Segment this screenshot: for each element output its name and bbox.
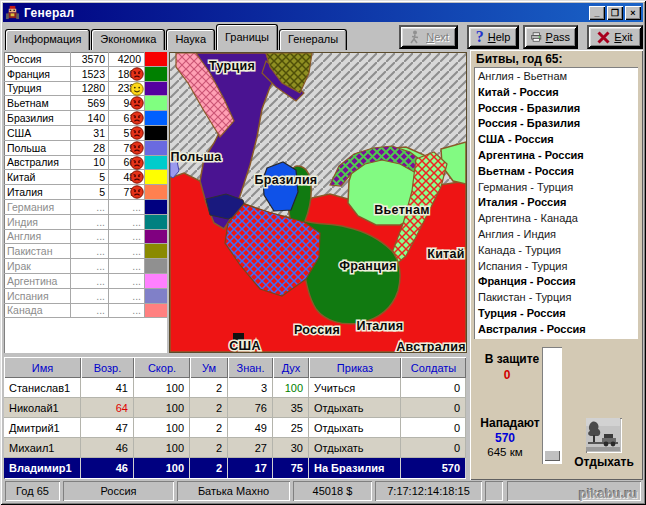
map-label-Италия: Италия [357, 319, 404, 333]
map-label-Бразилия: Бразилия [255, 173, 318, 187]
general-cell: Отдыхать [309, 418, 401, 438]
country-row[interactable]: Вьетнам569941 [4, 96, 167, 111]
tab-2[interactable]: Экономика [91, 29, 165, 50]
country-row[interactable]: Ирак...... [4, 259, 167, 274]
enemy-angry-icon [130, 156, 144, 172]
country-power: 5 [71, 185, 109, 199]
country-row[interactable]: Пакистан...... [4, 244, 167, 259]
country-power: 1523 [71, 67, 109, 81]
generals-column-header[interactable]: Приказ [309, 357, 401, 378]
enemy-angry-icon [130, 170, 144, 186]
battle-item: Англия - Индия [478, 227, 638, 243]
attack-value: 570 [472, 431, 538, 445]
next-label: Next [426, 31, 449, 43]
generals-column-header[interactable]: Возр. [81, 357, 134, 378]
general-cell: 27 [228, 438, 273, 458]
map-label-Австралия: Австралия [396, 340, 466, 352]
country-power: 140 [71, 111, 109, 125]
country-row[interactable]: Англия...... [4, 230, 167, 245]
country-score: 4200 [109, 52, 145, 66]
country-color-swatch [145, 82, 167, 96]
country-row[interactable]: Индия...... [4, 215, 167, 230]
general-cell: 76 [228, 398, 273, 418]
country-score: ... [109, 289, 145, 303]
battle-item: Турция - Россия [478, 306, 638, 322]
country-name: Китай [4, 170, 71, 184]
battles-panel: Битвы, год 65: Англия - ВьетнамКитай - Р… [470, 50, 643, 480]
general-cell: 30 [273, 438, 309, 458]
general-cell: 75 [273, 458, 309, 478]
country-power: ... [71, 215, 109, 229]
help-button[interactable]: ? Help [467, 25, 519, 49]
country-row[interactable]: Италия5775 [4, 185, 167, 200]
exit-button[interactable]: Exit [587, 25, 643, 49]
country-power: 31 [71, 126, 109, 140]
general-cell: Николай1 [4, 398, 81, 418]
app-window: Генерал _ ❐ × ИнформацияЭкономикаНаукаГр… [0, 0, 646, 505]
title-bar: Генерал _ ❐ × [3, 3, 643, 22]
country-row[interactable]: Германия...... [4, 200, 167, 215]
pass-button[interactable]: Pass [523, 25, 578, 49]
troop-slider[interactable] [542, 347, 562, 464]
tab-5[interactable]: Генералы [279, 29, 347, 50]
generals-column-header[interactable]: Скор. [134, 357, 190, 378]
country-color-swatch [145, 230, 167, 244]
battle-item: Италия - Россия [478, 195, 638, 211]
general-cell: Дмитрий1 [4, 418, 81, 438]
general-row[interactable]: Дмитрий14710024925Отдыхать0 [4, 418, 466, 438]
tab-3[interactable]: Наука [166, 29, 215, 50]
general-cell: 0 [401, 378, 466, 398]
next-button[interactable]: Next [399, 25, 458, 49]
country-name: Польша [4, 141, 71, 155]
general-cell: Отдыхать [309, 438, 401, 458]
country-power: ... [71, 259, 109, 273]
country-row[interactable]: Австралия10660 [4, 156, 167, 171]
country-row[interactable]: Франция15231807 [4, 67, 167, 82]
rest-button[interactable] [586, 418, 622, 453]
country-row[interactable]: Россия35704200 [4, 52, 167, 67]
generals-column-header[interactable]: Имя [4, 357, 81, 378]
country-color-swatch [145, 289, 167, 303]
battle-item: Пакистан - Турция [478, 290, 638, 306]
country-name: Германия [4, 200, 71, 214]
country-row[interactable]: Канада...... [4, 304, 167, 319]
world-map[interactable]: ТурцияПольшаБразилияВьетнамФранцияКитайР… [169, 52, 467, 353]
tab-bar: ИнформацияЭкономикаНаукаГраницыГенералы [5, 24, 348, 50]
country-power: 3570 [71, 52, 109, 66]
country-name: Италия [4, 185, 71, 199]
generals-column-header[interactable]: Ум [190, 357, 228, 378]
general-cell: 100 [134, 418, 190, 438]
country-row[interactable]: Китай5487 [4, 170, 167, 185]
general-cell: 35 [273, 398, 309, 418]
general-row[interactable]: Михаил14610022730Отдыхать0 [4, 438, 466, 458]
battle-item: Китай - Россия [478, 85, 638, 101]
country-row[interactable]: Польша28799 [4, 141, 167, 156]
generals-column-header[interactable]: Солдаты [401, 357, 466, 378]
close-button[interactable]: × [625, 6, 641, 20]
country-name: Индия [4, 215, 71, 229]
general-row[interactable]: Владимир14610021775На Бразилия570 [4, 458, 466, 478]
country-name: Канада [4, 304, 71, 318]
tab-1[interactable]: Информация [5, 29, 90, 50]
rest-scene-image [586, 418, 620, 451]
map-label-США: США [229, 339, 261, 352]
general-cell: Учиться [309, 378, 401, 398]
battle-item: Вьетнам - Россия [478, 164, 638, 180]
country-row[interactable]: Бразилия140619 [4, 111, 167, 126]
tab-4[interactable]: Границы [216, 24, 278, 50]
troop-slider-thumb[interactable] [544, 450, 560, 461]
country-row[interactable]: Аргентина...... [4, 274, 167, 289]
country-color-swatch [145, 96, 167, 110]
generals-column-header[interactable]: Дух [273, 357, 309, 378]
exit-label: Exit [614, 31, 632, 43]
country-name: Австралия [4, 156, 71, 170]
country-power: ... [71, 244, 109, 258]
country-row[interactable]: США31576 [4, 126, 167, 141]
maximize-button[interactable]: ❐ [607, 6, 623, 20]
general-row[interactable]: Станислав14110023100Учиться0 [4, 378, 466, 398]
country-row[interactable]: Испания...... [4, 289, 167, 304]
generals-column-header[interactable]: Знан. [228, 357, 273, 378]
country-row[interactable]: Турция12802381 [4, 82, 167, 97]
general-row[interactable]: Николай16410027635Отдыхать0 [4, 398, 466, 418]
minimize-button[interactable]: _ [589, 6, 605, 20]
